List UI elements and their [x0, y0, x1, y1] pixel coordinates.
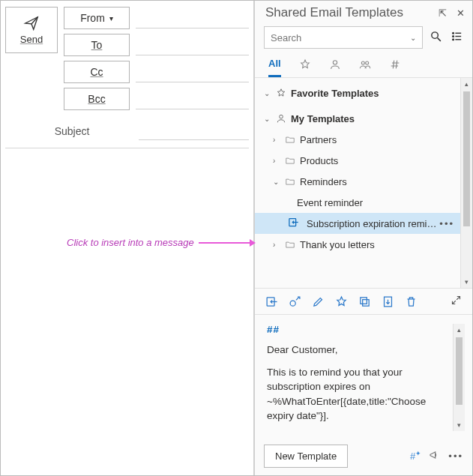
tree-folder-products[interactable]: › Products	[255, 150, 460, 171]
svg-rect-12	[361, 298, 367, 304]
scroll-up-icon[interactable]: ▴	[454, 324, 465, 336]
svg-point-6	[365, 61, 368, 64]
tree-label: Products	[300, 155, 338, 166]
tree-scrollbar[interactable]: ▴ ▾	[460, 78, 472, 288]
from-button[interactable]: From ▾	[64, 7, 130, 29]
chevron-right-icon: ›	[273, 136, 283, 144]
send-icon	[23, 15, 40, 31]
folder-icon	[283, 134, 297, 145]
scroll-down-icon[interactable]: ▾	[461, 276, 472, 288]
compose-pane: Send From ▾ To Cc	[1, 1, 254, 475]
tab-hash[interactable]	[389, 58, 401, 76]
svg-rect-11	[363, 299, 370, 306]
arrow-icon	[199, 242, 251, 244]
scroll-up-icon[interactable]: ▴	[461, 78, 472, 90]
send-button[interactable]: Send	[5, 7, 58, 53]
star-icon	[299, 58, 311, 70]
preview-scrollbar[interactable]: ▴ ▾	[453, 324, 465, 431]
folder-icon	[283, 239, 297, 250]
chevron-down-icon[interactable]: ⌄	[410, 34, 416, 42]
cc-field[interactable]	[136, 61, 249, 82]
tab-all[interactable]: All	[268, 58, 281, 77]
template-toolbar	[255, 288, 472, 315]
person-icon	[274, 113, 288, 124]
tree-label: Subscription expiration remi…	[307, 218, 436, 229]
tree-my-templates[interactable]: ⌄ My Templates	[255, 108, 460, 129]
search-button[interactable]	[427, 30, 444, 45]
more-button[interactable]: •••	[448, 451, 463, 462]
search-icon	[430, 30, 442, 43]
insert-button[interactable]	[265, 295, 278, 308]
subject-field[interactable]	[139, 122, 249, 140]
tree-folder-thankyou[interactable]: › Thank you letters	[255, 234, 460, 255]
import-button[interactable]	[382, 295, 394, 308]
expand-button[interactable]	[451, 295, 462, 308]
to-button[interactable]: To	[64, 34, 130, 56]
hash-macro-button[interactable]: #✦	[410, 450, 421, 462]
preview-tag: ##	[267, 324, 450, 335]
people-icon	[359, 58, 371, 70]
send-label: Send	[20, 34, 43, 45]
svg-point-10	[290, 301, 295, 306]
svg-point-3	[452, 39, 454, 40]
tab-favorites[interactable]	[299, 58, 311, 76]
preview-body-text: This is to remind you that your subscrip…	[267, 365, 450, 424]
to-field[interactable]	[136, 34, 249, 55]
tree-template-subscription-reminder[interactable]: Subscription expiration remi… •••	[255, 213, 460, 234]
tree-label: Reminders	[300, 176, 347, 187]
tree-favorite-templates[interactable]: ⌄ Favorite Templates	[255, 82, 460, 103]
star-icon	[274, 88, 288, 98]
pen-web-button[interactable]	[289, 295, 301, 308]
chevron-down-icon: ⌄	[264, 89, 274, 97]
scroll-thumb[interactable]	[463, 91, 470, 226]
chevron-down-icon: ⌄	[264, 115, 274, 123]
annotation-text: Click to insert into a message	[67, 237, 194, 248]
from-field[interactable]	[136, 7, 249, 28]
svg-point-7	[280, 115, 283, 118]
svg-point-1	[452, 32, 454, 34]
folder-icon	[283, 155, 297, 166]
svg-point-0	[431, 32, 438, 39]
template-preview: ## Dear Customer, This is to remind you …	[255, 315, 472, 437]
close-icon[interactable]: ✕	[457, 7, 465, 19]
insert-icon[interactable]	[288, 217, 299, 230]
pane-title: Shared Email Templates	[265, 5, 403, 20]
tree-label: Thank you letters	[300, 239, 375, 250]
scroll-thumb[interactable]	[456, 337, 463, 405]
tree-label: Favorite Templates	[291, 88, 379, 99]
more-icon[interactable]: •••	[439, 218, 454, 229]
favorite-button[interactable]	[335, 295, 348, 308]
preview-greeting: Dear Customer,	[267, 343, 450, 358]
bcc-button[interactable]: Bcc	[64, 88, 130, 110]
tree-template-event-reminder[interactable]: Event reminder	[255, 192, 460, 213]
tree-label: Partners	[300, 134, 337, 145]
chevron-right-icon: ›	[273, 157, 283, 165]
scroll-down-icon[interactable]: ▾	[454, 419, 465, 431]
delete-button[interactable]	[405, 295, 418, 308]
chevron-down-icon: ⌄	[273, 178, 283, 186]
search-input[interactable]: Search ⌄	[264, 26, 423, 49]
compose-divider	[5, 148, 249, 148]
tab-team[interactable]	[359, 58, 371, 76]
pin-icon[interactable]: ⇱	[439, 7, 447, 19]
edit-button[interactable]	[312, 295, 325, 308]
hash-icon	[389, 58, 401, 70]
tab-personal[interactable]	[329, 58, 341, 76]
search-placeholder: Search	[271, 32, 301, 43]
tree-folder-partners[interactable]: › Partners	[255, 129, 460, 150]
template-tree: ⌄ Favorite Templates ⌄ My Templates › Pa…	[255, 78, 460, 288]
svg-point-2	[452, 36, 454, 37]
sort-button[interactable]	[448, 30, 465, 45]
tree-folder-reminders[interactable]: ⌄ Reminders	[255, 171, 460, 192]
cc-button[interactable]: Cc	[64, 61, 130, 83]
templates-pane: Shared Email Templates ⇱ ✕ Search ⌄ All	[254, 1, 472, 475]
chevron-down-icon: ▾	[109, 14, 113, 22]
announce-button[interactable]	[429, 449, 441, 463]
new-template-button[interactable]: New Template	[264, 445, 348, 468]
sort-icon	[451, 30, 463, 43]
bcc-field[interactable]	[136, 88, 249, 109]
tree-label: My Templates	[291, 113, 355, 124]
svg-point-4	[333, 61, 337, 64]
copy-button[interactable]	[358, 295, 371, 308]
subject-label: Subject	[5, 125, 139, 137]
